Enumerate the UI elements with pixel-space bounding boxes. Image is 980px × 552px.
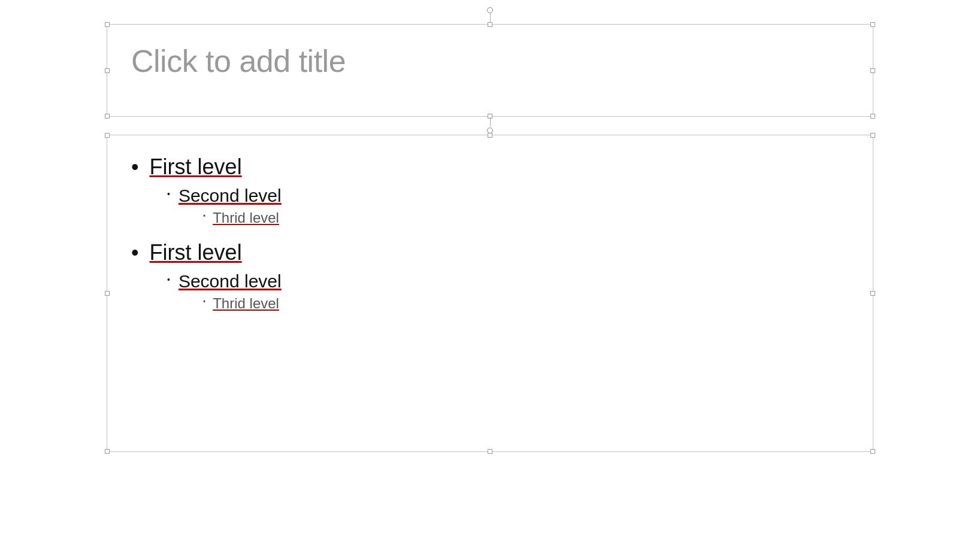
handle-content-mid-right[interactable]	[870, 291, 875, 296]
handle-title-bot-left[interactable]	[105, 114, 110, 119]
bullet-group-1: • First level • Second level • Thrid lev…	[131, 153, 849, 227]
bullet-dot-l2-2: •	[167, 274, 170, 285]
bullet-list: • First level • Second level • Thrid lev…	[131, 153, 849, 313]
handle-content-bot-center[interactable]	[488, 449, 492, 454]
bullet-dot-l1-1: •	[131, 153, 139, 181]
list-item-level3-1: • Thrid level	[131, 208, 849, 227]
handle-title-bot-right[interactable]	[870, 114, 875, 119]
bullet-dot-l2-1: •	[167, 189, 170, 199]
handle-title-mid-right[interactable]	[870, 68, 875, 73]
slide-container: Click to add title • First level • Secon…	[107, 6, 873, 452]
level1-text-2: First level	[150, 239, 242, 267]
rotate-line-top	[490, 13, 491, 22]
between-line	[490, 117, 491, 126]
level3-text-1: Thrid level	[213, 208, 279, 227]
handle-title-top-right[interactable]	[870, 22, 875, 27]
bullet-group-2: • First level • Second level • Thrid lev…	[131, 239, 849, 313]
rotate-handle-top[interactable]	[487, 6, 493, 24]
title-placeholder[interactable]: Click to add title	[131, 43, 849, 80]
list-item-level1-1: • First level	[131, 153, 849, 181]
handle-title-mid-left[interactable]	[105, 68, 110, 73]
handle-content-mid-left[interactable]	[105, 291, 110, 296]
list-item-level3-2: • Thrid level	[131, 294, 849, 313]
level2-text-2: Second level	[179, 269, 282, 293]
handle-content-bot-left[interactable]	[105, 449, 110, 454]
list-item-level2-1: • Second level	[131, 184, 849, 207]
handle-title-top-left[interactable]	[105, 22, 110, 27]
handle-content-top-right[interactable]	[870, 133, 875, 138]
list-item-level1-2: • First level	[131, 239, 849, 267]
between-handle[interactable]	[487, 117, 493, 135]
bullet-dot-l1-2: •	[131, 239, 139, 267]
handle-title-top-center[interactable]	[488, 22, 492, 27]
bullet-dot-l3-1: •	[203, 212, 205, 222]
handle-content-top-left[interactable]	[105, 133, 110, 138]
handle-content-top-center[interactable]	[488, 133, 492, 138]
list-item-level2-2: • Second level	[131, 269, 849, 293]
level3-text-2: Thrid level	[213, 294, 279, 313]
handle-content-bot-right[interactable]	[870, 449, 875, 454]
bullet-dot-l3-2: •	[203, 298, 205, 307]
rotate-circle-top[interactable]	[487, 7, 493, 13]
level2-text-1: Second level	[179, 184, 282, 207]
content-box[interactable]: • First level • Second level • Thrid lev…	[107, 135, 873, 452]
level1-text-1: First level	[150, 153, 242, 181]
title-box[interactable]: Click to add title	[107, 24, 873, 117]
